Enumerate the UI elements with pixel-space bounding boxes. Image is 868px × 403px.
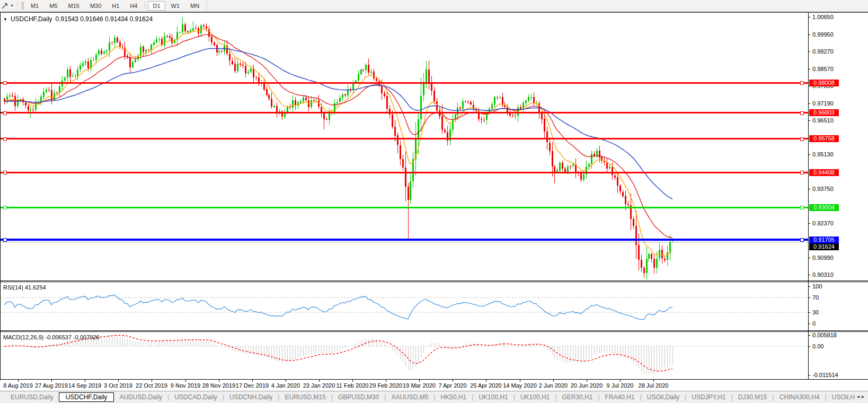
price-level-badge: 0.95758 <box>809 135 839 142</box>
line-anchor-handle[interactable] <box>3 206 7 209</box>
line-anchor-handle[interactable] <box>3 111 7 115</box>
macd-axis-label: -0.011514 <box>812 372 838 378</box>
date-axis-tick <box>352 380 353 382</box>
price-level-badge: 0.91705 <box>809 236 839 243</box>
price-axis-tick <box>808 223 810 224</box>
timeframe-button-h1[interactable]: H1 <box>107 1 124 11</box>
crosshair-tool-icon[interactable] <box>1 2 8 10</box>
chevron-down-icon[interactable]: ▼ <box>10 4 14 7</box>
timeframe-button-h4[interactable]: H4 <box>125 1 142 11</box>
price-axis-tick <box>808 51 810 52</box>
price-axis-label: 0.90990 <box>812 255 834 261</box>
date-axis-label: 25 Apr 2020 <box>470 382 501 389</box>
date-axis-label: 29 Feb 2020 <box>369 382 402 389</box>
chart-tab-china300-h4[interactable]: CHINA300,H4 <box>774 392 825 402</box>
price-level-line[interactable] <box>1 207 808 208</box>
date-axis-label: 14 May 2020 <box>503 382 537 389</box>
date-axis-tick <box>185 380 186 382</box>
date-axis-tick <box>486 380 486 382</box>
chart-tab-uk100-h1[interactable]: UK100,H1 <box>473 392 513 402</box>
rsi-canvas[interactable] <box>1 282 808 330</box>
line-anchor-handle[interactable] <box>800 111 804 115</box>
chart-tab-uk100-h1[interactable]: UK100,H1 <box>515 392 555 402</box>
price-level-line[interactable] <box>1 82 808 84</box>
date-axis-tick <box>18 380 19 382</box>
timeframe-button-m5[interactable]: M5 <box>45 1 62 11</box>
date-axis-label: 9 Nov 2019 <box>171 382 200 389</box>
chart-tab-eurusd-m15[interactable]: EURUSD,M15 <box>279 392 331 402</box>
timeframe-button-d1[interactable]: D1 <box>148 1 165 11</box>
date-axis-tick <box>620 380 621 382</box>
chart-tab-audusd-daily[interactable]: AUDUSD,Daily <box>114 392 167 402</box>
price-axis-tick <box>808 275 810 275</box>
price-axis-tick <box>808 154 810 155</box>
panel-separator[interactable] <box>0 330 868 331</box>
date-axis-tick <box>152 380 152 382</box>
date-axis-tick <box>653 380 654 382</box>
price-axis-label: 0.95130 <box>812 151 834 157</box>
timeframe-button-w1[interactable]: W1 <box>166 1 185 11</box>
price-level-badge: 0.93004 <box>809 204 839 211</box>
line-anchor-handle[interactable] <box>800 137 804 141</box>
timeframe-button-mn[interactable]: MN <box>185 1 204 11</box>
date-axis-label: 4 Jan 2020 <box>271 382 300 389</box>
price-axis-separator <box>808 13 809 380</box>
line-anchor-handle[interactable] <box>3 171 7 174</box>
tab-scroll-right-icon[interactable]: ▸ <box>862 393 866 399</box>
mt4-window: ▼ M1M5M15M30H1H4D1W1MN ▼ USDCHF,Daily 0.… <box>0 0 868 403</box>
date-axis-tick <box>85 380 85 382</box>
chart-tab-hk50-h1[interactable]: HK50,H1 <box>436 392 472 402</box>
chart-tab-usdcad-daily[interactable]: USDCAD,Daily <box>169 392 223 402</box>
price-level-line[interactable] <box>1 172 808 173</box>
price-axis-tick <box>808 258 810 258</box>
line-anchor-handle[interactable] <box>3 81 7 85</box>
toolbar-separator <box>207 2 207 10</box>
rsi-axis-tick <box>808 286 810 287</box>
chart-tab-gbpusd-m30[interactable]: GBPUSD,M30 <box>333 392 384 402</box>
chart-tab-usdcnh-daily[interactable]: USDCNH,Daily <box>224 392 278 402</box>
timeframe-button-m30[interactable]: M30 <box>85 1 106 11</box>
date-axis-tick <box>286 380 286 382</box>
price-axis-label: 0.96510 <box>812 117 834 124</box>
rsi-axis-tick <box>808 312 810 313</box>
chart-tab-fra40-h1[interactable]: FRA40,H1 <box>600 392 640 402</box>
line-anchor-handle[interactable] <box>3 238 7 242</box>
chart-dropdown-icon[interactable]: ▼ <box>3 17 7 22</box>
chart-tab-ger30-h1[interactable]: GER30,H1 <box>556 392 598 402</box>
price-level-line[interactable] <box>1 112 808 113</box>
chart-tab-usdchf-daily[interactable]: USDCHF,Daily <box>59 392 114 402</box>
panel-separator[interactable] <box>0 281 868 281</box>
macd-axis-label: 0.005818 <box>812 332 837 338</box>
price-axis-tick <box>808 34 810 35</box>
chart-tab-usdjpy-h1[interactable]: USDJPY,H1 <box>686 392 731 402</box>
price-level-line[interactable] <box>1 239 808 241</box>
line-anchor-handle[interactable] <box>800 238 804 242</box>
date-axis-label: 28 Nov 2019 <box>202 382 235 389</box>
date-axis-label: 9 Jul 2020 <box>607 382 634 389</box>
line-anchor-handle[interactable] <box>800 81 804 85</box>
rsi-axis-label: 70 <box>812 294 819 301</box>
panel-separator <box>0 379 868 380</box>
chart-tab-usoil-daily[interactable]: USOil,Daily <box>642 392 685 402</box>
macd-axis-label: 0.00 <box>812 343 823 349</box>
line-anchor-handle[interactable] <box>800 171 804 174</box>
chart-tab-xauusd-m5[interactable]: XAUUSD,M5 <box>386 392 433 402</box>
line-anchor-handle[interactable] <box>800 206 804 209</box>
date-axis-tick <box>386 380 386 382</box>
tab-scroll-left-icon[interactable]: ◂ <box>857 393 862 399</box>
chart-title: ▼ USDCHF,Daily 0.91543 0.91646 0.91434 0… <box>3 15 153 23</box>
timeframe-button-m1[interactable]: M1 <box>26 1 43 11</box>
price-level-line[interactable] <box>1 138 808 139</box>
chart-tab-dj30-m15[interactable]: DJ30,M15 <box>733 392 773 402</box>
price-axis-tick <box>808 189 810 189</box>
date-axis-label: 7 Apr 2020 <box>438 382 466 389</box>
chart-tab-eurusd-daily[interactable]: EURUSD,Daily <box>5 392 59 402</box>
toolbar-drag-handle[interactable] <box>21 2 24 10</box>
macd-canvas[interactable] <box>1 332 808 379</box>
chart-ohlc-values: 0.91543 0.91646 0.91434 0.91624 <box>56 15 153 23</box>
line-anchor-handle[interactable] <box>3 137 7 141</box>
date-axis-label: 22 Oct 2019 <box>136 382 167 389</box>
price-axis-tick <box>808 17 810 17</box>
date-axis-tick <box>453 380 453 382</box>
timeframe-button-m15[interactable]: M15 <box>64 1 84 11</box>
